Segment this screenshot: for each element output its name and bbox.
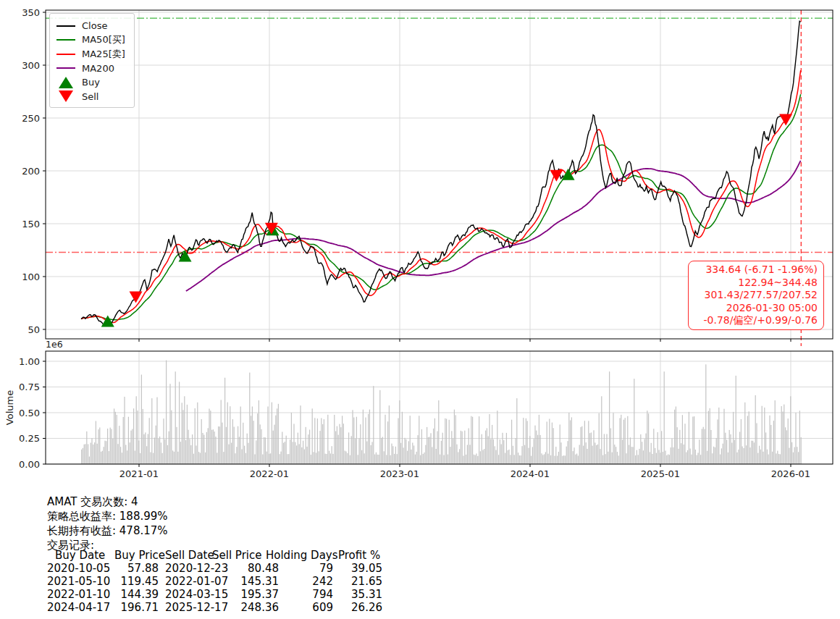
- trade-cell: 39.05: [337, 562, 382, 575]
- header-buy-price: Buy Price: [114, 549, 165, 562]
- legend-item-buy: Buy: [56, 75, 125, 90]
- date-tick-label: 2025-01: [641, 468, 680, 479]
- trade-cell: 144.39: [114, 588, 159, 601]
- header-sell-price: Sell Price: [212, 549, 261, 562]
- trade-cell: 2025-12-17: [165, 601, 232, 614]
- price-tick-label: 150: [22, 219, 40, 230]
- trade-cell: 2024-04-17: [47, 601, 114, 614]
- trade-cell: 248.36: [230, 601, 279, 614]
- price-tick-label: 50: [28, 324, 40, 335]
- annotation-range: 122.94~344.48: [694, 277, 818, 290]
- trade-cell: 196.71: [114, 601, 159, 614]
- annotation-datetime: 2026-01-30 05:00: [694, 302, 818, 315]
- annotation-ma-values: 301.43/277.57/207.52: [694, 289, 818, 302]
- volume-tick-label: 0.25: [19, 433, 40, 444]
- header-buy-date: Buy Date: [55, 549, 105, 562]
- volume-axis-label: Volume: [4, 379, 16, 437]
- trade-cell: 119.45: [114, 575, 159, 588]
- grid-lines: [46, 10, 833, 464]
- chart-legend: Close MA50[买] MA25[卖] MA200 Buy Sell: [49, 13, 135, 108]
- trade-cell: 57.88: [114, 562, 159, 575]
- buy-triangle-icon: [56, 77, 75, 88]
- trade-cell: 609: [282, 601, 333, 614]
- stock-strategy-figure: 501001502002503003500.000.250.500.751.00…: [0, 0, 840, 619]
- summary-trade-count: AMAT 交易次数: 4: [47, 494, 168, 509]
- strategy-summary: AMAT 交易次数: 4 策略总收益率: 188.99% 长期持有收益: 478…: [47, 494, 168, 552]
- trade-cell: 2022-01-10: [47, 588, 114, 601]
- volume-bars: [81, 361, 802, 464]
- reference-lines: [46, 18, 833, 252]
- price-tick-label: 350: [22, 7, 40, 18]
- volume-tick-label: 0.50: [19, 408, 40, 418]
- header-sell-date: Sell Date: [165, 549, 214, 562]
- legend-label: Sell: [82, 91, 98, 102]
- header-holding-days: Holding Days: [266, 549, 338, 562]
- summary-hold-return: 长期持有收益: 478.17%: [47, 523, 168, 538]
- legend-label: MA50[买]: [82, 33, 125, 46]
- volume-multiplier-label: 1e6: [46, 339, 63, 350]
- summary-strategy-return: 策略总收益率: 188.99%: [47, 509, 168, 523]
- close-line-swatch: [56, 25, 75, 27]
- trade-row: 2022-01-10144.392024-03-15195.3779435.31: [0, 588, 406, 601]
- legend-item-ma200: MA200: [56, 62, 125, 76]
- trade-cell: 794: [282, 588, 333, 601]
- trade-cell: 2021-05-10: [47, 575, 114, 588]
- annotation-signals: -0.78/偏空/+0.99/-0.76: [694, 314, 818, 327]
- ma200-line-swatch: [56, 67, 75, 69]
- trade-cell: 2020-12-23: [165, 562, 232, 575]
- ma25-line-swatch: [56, 54, 75, 55]
- price-tick-label: 300: [22, 60, 40, 71]
- panel-frames: [43, 10, 833, 467]
- price-tick-label: 100: [22, 271, 40, 282]
- trade-cell: 2020-10-05: [47, 562, 114, 575]
- date-tick-label: 2021-01: [119, 468, 159, 479]
- axis-labels: 501001502002503003500.000.250.500.751.00…: [19, 7, 810, 480]
- volume-tick-label: 0.00: [19, 459, 40, 470]
- date-tick-label: 2024-01: [511, 468, 550, 479]
- legend-label: Buy: [82, 77, 100, 88]
- trade-row: 2020-10-0557.882020-12-2380.487939.05: [0, 562, 406, 575]
- trade-cell: 26.26: [337, 601, 382, 614]
- trade-cell: 35.31: [337, 588, 382, 601]
- annotation-price-change: 334.64 (-6.71 -1.96%): [694, 264, 818, 277]
- trade-cell: 145.31: [230, 575, 279, 588]
- legend-item-ma25: MA25[卖]: [56, 47, 125, 62]
- trade-cell: 79: [282, 562, 333, 575]
- ma50-line-swatch: [56, 39, 75, 41]
- sell-marker: [550, 170, 563, 182]
- header-profit-pct: Profit %: [338, 549, 380, 562]
- legend-item-close: Close: [56, 19, 125, 33]
- legend-item-sell: Sell: [56, 90, 125, 104]
- trade-cell: 80.48: [230, 562, 279, 575]
- trade-cell: 242: [282, 575, 333, 588]
- trade-cell: 2024-03-15: [165, 588, 232, 601]
- legend-label: MA25[卖]: [82, 48, 125, 61]
- volume-tick-label: 1.00: [19, 356, 40, 367]
- trade-cell: 2022-01-07: [165, 575, 232, 588]
- quote-annotation-box: 334.64 (-6.71 -1.96%) 122.94~344.48 301.…: [688, 261, 824, 330]
- date-tick-label: 2026-01: [771, 468, 810, 479]
- legend-label: MA200: [82, 63, 114, 74]
- trade-cell: 21.65: [337, 575, 382, 588]
- date-tick-label: 2022-01: [250, 468, 289, 479]
- volume-tick-label: 0.75: [19, 382, 40, 392]
- price-tick-label: 250: [22, 113, 40, 124]
- trade-cell: 195.37: [230, 588, 279, 601]
- date-tick-label: 2023-01: [380, 468, 419, 479]
- legend-item-ma50: MA50[买]: [56, 33, 125, 48]
- legend-label: Close: [82, 20, 107, 31]
- sell-triangle-icon: [56, 90, 75, 102]
- trade-row: 2021-05-10119.452022-01-07145.3124221.65: [0, 575, 406, 588]
- trade-row: 2024-04-17196.712025-12-17248.3660926.26: [0, 601, 406, 614]
- price-tick-label: 200: [22, 166, 40, 177]
